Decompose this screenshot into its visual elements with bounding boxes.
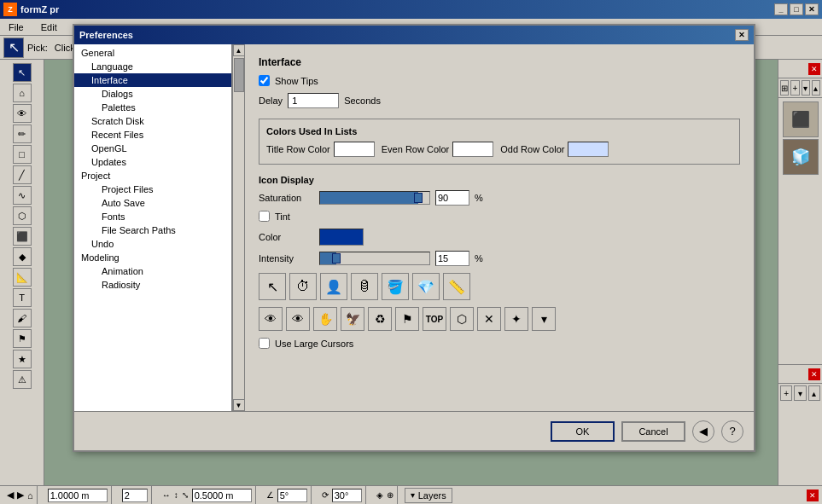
dialog-close-button[interactable]: ✕ <box>735 29 749 41</box>
dialog-body: General Language Interface Dialogs Palet… <box>74 44 754 411</box>
tool-warning[interactable]: ⚠ <box>13 370 32 389</box>
maximize-button[interactable]: □ <box>790 3 803 15</box>
status-measure <box>44 486 112 504</box>
right-panel-bottom-close[interactable]: ✕ <box>808 368 820 380</box>
panel-grid[interactable]: ⊞ <box>780 80 789 96</box>
status-fwd-icon[interactable]: ▶ <box>17 490 24 501</box>
panel-bottom-up[interactable]: ▴ <box>808 385 820 401</box>
intensity-slider[interactable] <box>319 252 430 265</box>
tree-item-fonts[interactable]: Fonts <box>74 210 231 223</box>
icons-preview-row2: 👁 👁 ✋ 🦅 ♻ ⚑ TOP ⬡ ✕ ✦ ▾ <box>259 307 740 331</box>
close-button[interactable]: ✕ <box>805 3 819 15</box>
tool-poly[interactable]: ⬡ <box>13 206 32 225</box>
tree-panel: General Language Interface Dialogs Palet… <box>74 44 232 411</box>
scroll-up-btn[interactable]: ▲ <box>233 44 245 56</box>
tool-pencil[interactable]: ✏ <box>13 125 32 143</box>
tree-item-scratch-disk[interactable]: Scratch Disk <box>74 114 231 128</box>
panel-icon-2[interactable]: 🧊 <box>783 139 819 175</box>
saturation-slider[interactable] <box>319 191 430 205</box>
help-button[interactable]: ? <box>721 420 743 443</box>
tree-item-general[interactable]: General <box>74 46 231 60</box>
saturation-input[interactable] <box>435 190 469 206</box>
tree-item-radiosity[interactable]: Radiosity <box>74 278 231 292</box>
status-close[interactable]: ✕ <box>807 490 819 501</box>
intensity-pct: % <box>475 253 483 264</box>
delay-label: Delay <box>259 96 283 106</box>
tree-item-file-search-paths[interactable]: File Search Paths <box>74 223 231 237</box>
icon-display-title: Icon Display <box>259 175 740 185</box>
count-input[interactable] <box>122 489 148 502</box>
preview-icon-arrow: ↖ <box>259 273 286 300</box>
tool-line[interactable]: ╱ <box>13 165 32 184</box>
tool-star[interactable]: ★ <box>13 350 32 368</box>
angle1-input[interactable] <box>277 489 307 502</box>
tool-extrude[interactable]: ⬛ <box>13 227 32 246</box>
length-input[interactable] <box>192 489 252 502</box>
panel-bottom-add[interactable]: + <box>780 385 792 401</box>
panel-down[interactable]: ▾ <box>802 80 810 96</box>
preview-icon-eye2: 👁 <box>286 307 310 331</box>
tool-text[interactable]: T <box>13 288 32 307</box>
tree-item-opengl[interactable]: OpenGL <box>74 142 231 155</box>
tree-item-interface[interactable]: Interface <box>74 73 231 87</box>
panel-icon-1[interactable]: ⬛ <box>783 101 819 137</box>
tint-checkbox[interactable] <box>259 211 270 222</box>
color-field-row: Color <box>259 229 740 246</box>
tree-item-animation[interactable]: Animation <box>74 264 231 278</box>
tree-item-project[interactable]: Project <box>74 169 231 182</box>
measure-input[interactable] <box>48 489 108 502</box>
panel-add[interactable]: + <box>790 80 799 96</box>
title-row-color-swatch[interactable] <box>334 142 375 157</box>
back-button[interactable]: ◀ <box>692 420 714 443</box>
even-row-color-swatch[interactable] <box>452 142 493 157</box>
tree-item-palettes[interactable]: Palettes <box>74 101 231 114</box>
tool-home[interactable]: ⌂ <box>13 84 32 102</box>
pick-label: Pick: <box>27 43 48 53</box>
scroll-thumb[interactable] <box>234 58 244 92</box>
right-panel-toolbar: ⊞ + ▾ ▴ <box>778 78 822 98</box>
title-color-field: Title Row Color <box>266 142 375 157</box>
delay-input[interactable] <box>288 93 339 108</box>
tool-curve[interactable]: ∿ <box>13 186 32 205</box>
angle2-input[interactable] <box>332 489 362 502</box>
tree-item-updates[interactable]: Updates <box>74 155 231 169</box>
menu-edit[interactable]: Edit <box>36 20 62 34</box>
status-back-icon[interactable]: ◀ <box>7 490 14 501</box>
tool-flag[interactable]: ⚑ <box>13 329 32 348</box>
icons-preview-row1: ↖ ⏱ 👤 🛢 🪣 💎 📏 <box>259 273 740 300</box>
tool-eye[interactable]: 👁 <box>13 104 32 123</box>
ok-button[interactable]: OK <box>551 421 615 442</box>
layers-icon: ▾ <box>411 490 415 500</box>
panel-up[interactable]: ▴ <box>812 80 820 96</box>
tree-item-recent-files[interactable]: Recent Files <box>74 128 231 142</box>
right-panel-close[interactable]: ✕ <box>808 63 820 75</box>
saturation-pct: % <box>475 193 483 203</box>
tool-3d[interactable]: ◆ <box>13 247 32 266</box>
tool-measure[interactable]: 📐 <box>13 268 32 287</box>
tool-paint[interactable]: 🖌 <box>13 309 32 327</box>
panel-bottom-down[interactable]: ▾ <box>794 385 806 401</box>
menu-file[interactable]: File <box>3 20 29 34</box>
tree-item-project-files[interactable]: Project Files <box>74 182 231 196</box>
status-home-icon[interactable]: ⌂ <box>27 490 33 501</box>
layers-button[interactable]: ▾ Layers <box>405 488 452 503</box>
intensity-input[interactable] <box>435 251 469 266</box>
tree-item-language[interactable]: Language <box>74 60 231 73</box>
arrow-tool[interactable]: ↖ <box>3 38 24 58</box>
mode-icon: ◈ <box>376 490 383 500</box>
tool-select[interactable]: ↖ <box>13 63 32 82</box>
color-swatch-main[interactable] <box>319 229 364 246</box>
show-tips-checkbox[interactable] <box>259 75 270 86</box>
status-right: ✕ <box>807 490 819 501</box>
scroll-down-btn[interactable]: ▼ <box>233 399 245 411</box>
tree-item-dialogs[interactable]: Dialogs <box>74 87 231 101</box>
preview-icon-top: TOP <box>423 307 446 331</box>
odd-row-color-swatch[interactable] <box>568 142 609 157</box>
tool-shape[interactable]: □ <box>13 145 32 164</box>
cancel-button[interactable]: Cancel <box>621 421 685 442</box>
tree-item-undo[interactable]: Undo <box>74 237 231 251</box>
tree-item-auto-save[interactable]: Auto Save <box>74 196 231 210</box>
large-cursors-checkbox[interactable] <box>259 338 270 349</box>
minimize-button[interactable]: _ <box>774 3 788 15</box>
tree-item-modeling[interactable]: Modeling <box>74 251 231 264</box>
